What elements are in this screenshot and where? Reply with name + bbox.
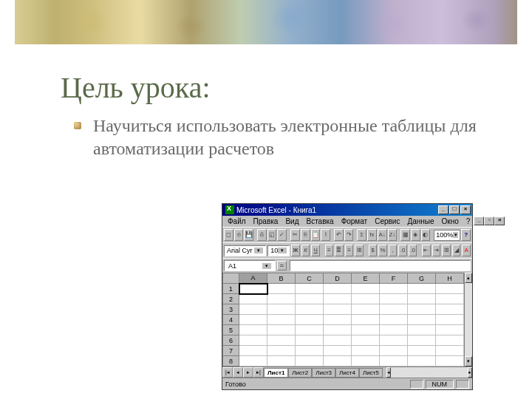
- sort-desc-icon[interactable]: Z↓: [388, 229, 398, 241]
- sheet-tab[interactable]: Лист3: [312, 368, 335, 378]
- cell[interactable]: [239, 325, 267, 335]
- tab-last-icon[interactable]: ▸|: [253, 367, 264, 378]
- cell[interactable]: [352, 325, 380, 335]
- menu-insert[interactable]: Вставка: [302, 216, 337, 226]
- select-all-corner[interactable]: [223, 273, 239, 284]
- autosum-icon[interactable]: Σ: [357, 229, 366, 241]
- maximize-button[interactable]: □: [449, 205, 460, 214]
- cell[interactable]: [296, 335, 324, 346]
- col-header[interactable]: A: [239, 273, 267, 284]
- cell[interactable]: [352, 346, 380, 356]
- paste-icon[interactable]: 📋: [311, 229, 321, 241]
- col-header[interactable]: G: [408, 273, 436, 284]
- comma-icon[interactable]: ,: [389, 245, 398, 256]
- cell[interactable]: [436, 335, 464, 346]
- cell[interactable]: [380, 346, 408, 356]
- menu-tools[interactable]: Сервис: [371, 216, 403, 226]
- merge-center-icon[interactable]: ⊞: [355, 245, 364, 256]
- close-button[interactable]: ×: [460, 205, 471, 214]
- vertical-scrollbar[interactable]: ▴ ▾: [464, 273, 472, 366]
- cut-icon[interactable]: ✂: [290, 229, 300, 241]
- spellcheck-icon[interactable]: ✓: [277, 229, 287, 241]
- cell[interactable]: [267, 335, 296, 346]
- preview-icon[interactable]: ◱: [267, 229, 277, 241]
- undo-icon[interactable]: ↶: [334, 229, 344, 241]
- sheet-tab[interactable]: Лист5: [359, 368, 383, 378]
- cell[interactable]: [436, 346, 464, 356]
- cell[interactable]: [239, 304, 267, 315]
- col-header[interactable]: E: [352, 273, 380, 284]
- cell[interactable]: [380, 315, 408, 325]
- cell[interactable]: [408, 335, 436, 346]
- cell[interactable]: [267, 294, 296, 304]
- scroll-track[interactable]: [465, 283, 472, 356]
- align-center-icon[interactable]: ≣: [335, 245, 344, 256]
- sheet-tab[interactable]: Лист4: [335, 368, 359, 378]
- cell[interactable]: [436, 304, 464, 315]
- equals-button[interactable]: =: [277, 261, 287, 270]
- decrease-decimal-icon[interactable]: .0: [409, 245, 417, 256]
- cell[interactable]: [296, 294, 324, 304]
- redo-icon[interactable]: ↷: [344, 229, 354, 241]
- cell[interactable]: [380, 325, 408, 335]
- scroll-up-icon[interactable]: ▴: [465, 273, 472, 283]
- cell[interactable]: [408, 304, 436, 315]
- print-icon[interactable]: ⎙: [257, 229, 267, 241]
- formula-input[interactable]: [290, 260, 471, 271]
- scroll-track[interactable]: [391, 367, 468, 378]
- cell[interactable]: [324, 304, 352, 315]
- cell[interactable]: [239, 335, 267, 346]
- row-header[interactable]: 6: [223, 335, 239, 346]
- doc-close-button[interactable]: ×: [494, 216, 505, 225]
- indent-decrease-icon[interactable]: ⇤: [422, 245, 431, 256]
- row-header[interactable]: 8: [223, 356, 239, 366]
- col-header[interactable]: B: [267, 273, 296, 284]
- menu-format[interactable]: Формат: [338, 216, 372, 226]
- borders-icon[interactable]: ⊞: [442, 245, 451, 256]
- cell[interactable]: [380, 335, 408, 346]
- percent-icon[interactable]: %: [378, 245, 387, 256]
- font-size-combo[interactable]: 10 ▾: [267, 245, 290, 256]
- cell[interactable]: [267, 304, 296, 315]
- zoom-combo[interactable]: 100% ▾: [434, 230, 460, 241]
- cell[interactable]: [267, 346, 296, 356]
- cell[interactable]: [380, 304, 408, 315]
- col-header[interactable]: F: [380, 273, 408, 284]
- cell[interactable]: [296, 356, 324, 366]
- cell[interactable]: [324, 335, 352, 346]
- row-header[interactable]: 2: [223, 294, 239, 304]
- scroll-down-icon[interactable]: ▾: [465, 356, 472, 366]
- cell[interactable]: [436, 294, 464, 304]
- cell[interactable]: [239, 346, 267, 356]
- cell[interactable]: [324, 346, 352, 356]
- chart-icon[interactable]: ▦: [400, 229, 410, 241]
- cell[interactable]: [239, 356, 267, 366]
- cell[interactable]: [352, 315, 380, 325]
- align-right-icon[interactable]: ≡: [345, 245, 354, 256]
- map-icon[interactable]: ◈: [411, 229, 420, 241]
- sheet-tab[interactable]: Лист2: [288, 368, 312, 378]
- cell[interactable]: [296, 325, 324, 335]
- horizontal-scrollbar[interactable]: ◂ ▸: [386, 367, 472, 378]
- cell[interactable]: [296, 304, 324, 315]
- doc-minimize-button[interactable]: _: [474, 216, 484, 225]
- cell[interactable]: [239, 294, 267, 304]
- cell[interactable]: [380, 294, 408, 304]
- cell[interactable]: [296, 315, 324, 325]
- indent-increase-icon[interactable]: ⇥: [432, 245, 441, 256]
- cell[interactable]: [408, 315, 436, 325]
- row-header[interactable]: 7: [223, 346, 239, 356]
- font-name-combo[interactable]: Arial Cyr ▾: [224, 245, 266, 256]
- tab-first-icon[interactable]: |◂: [222, 367, 233, 378]
- cell[interactable]: [267, 315, 296, 325]
- format-painter-icon[interactable]: ⌇: [321, 229, 330, 241]
- cell[interactable]: [408, 284, 436, 294]
- minimize-button[interactable]: _: [438, 205, 449, 214]
- cell[interactable]: [436, 284, 464, 294]
- cell[interactable]: [324, 315, 352, 325]
- new-icon[interactable]: ◻: [224, 229, 233, 241]
- open-icon[interactable]: ⎋: [234, 229, 244, 241]
- menu-window[interactable]: Окно: [438, 216, 463, 226]
- align-left-icon[interactable]: ≡: [325, 245, 334, 256]
- cell[interactable]: [408, 346, 436, 356]
